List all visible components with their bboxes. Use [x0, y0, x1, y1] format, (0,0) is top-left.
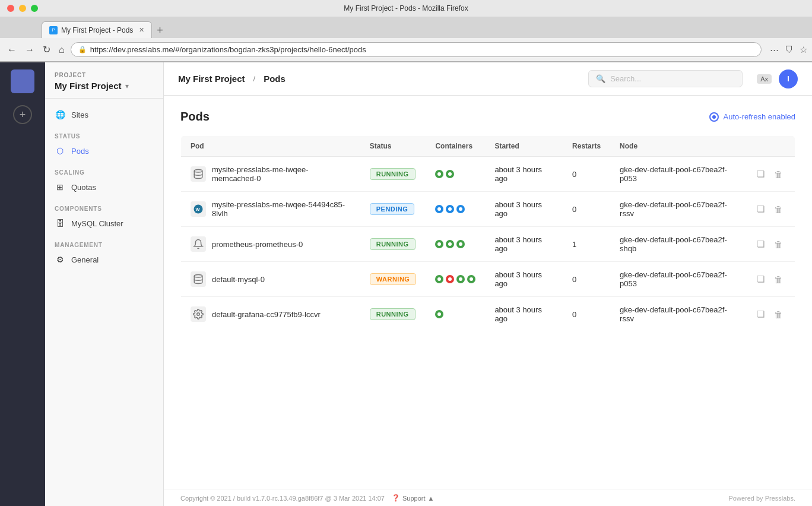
forward-button[interactable]: →	[23, 43, 37, 56]
pod-node-cell-1: gke-dev-default-pool-c67bea2f-rssv	[610, 192, 745, 227]
table-row[interactable]: default-grafana-cc9775fb9-lccvr RUNNING …	[181, 297, 795, 332]
pod-name-cell-2: prometheus-prometheus-0	[181, 227, 360, 262]
dot-inner	[448, 242, 452, 246]
pod-actions-cell-2: ❏ 🗑	[745, 227, 795, 262]
back-button[interactable]: ←	[5, 43, 19, 56]
management-section-label: MANAGEMENT	[45, 242, 163, 248]
star-icon[interactable]: ☆	[800, 45, 807, 55]
project-name: My First Project	[55, 81, 122, 91]
browser-tab[interactable]: P My First Project - Pods ✕	[42, 21, 152, 38]
copy-button[interactable]: ❏	[754, 203, 767, 216]
user-avatar[interactable]: I	[779, 69, 798, 88]
pod-restarts-cell-2: 1	[563, 227, 610, 262]
globe-icon: 🌐	[55, 110, 65, 119]
pod-type-icon	[191, 271, 206, 287]
copy-button[interactable]: ❏	[754, 273, 767, 286]
os-close-btn[interactable]	[7, 5, 14, 12]
sidebar-item-sites[interactable]: 🌐 Sites	[45, 106, 163, 124]
nav-section-management: MANAGEMENT ⚙ General	[45, 235, 163, 271]
dot-inner	[470, 277, 473, 281]
pod-status-cell-1: PENDING	[360, 192, 426, 227]
tab-bar: P My First Project - Pods ✕ +	[0, 17, 812, 38]
delete-button[interactable]: 🗑	[772, 203, 785, 216]
content-footer: Copyright © 2021 / build v1.7.0-rc.13.49…	[164, 489, 812, 506]
delete-button[interactable]: 🗑	[772, 168, 785, 181]
os-min-btn[interactable]	[19, 5, 26, 12]
chevron-up-icon: ▲	[428, 495, 434, 502]
pod-restarts-cell-3: 0	[563, 262, 610, 297]
reload-button[interactable]: ↻	[40, 43, 53, 56]
os-max-btn[interactable]	[31, 5, 38, 12]
table-row[interactable]: default-mysql-0 WARNING about 3 hours ag…	[181, 262, 795, 297]
pod-actions-cell-1: ❏ 🗑	[745, 192, 795, 227]
pod-started-cell-4: about 3 hours ago	[485, 297, 563, 332]
pod-name-cell-3: default-mysql-0	[181, 262, 360, 297]
url-bar[interactable]: 🔒 https://dev.presslabs.me/#/organizatio…	[71, 42, 762, 57]
status-badge: RUNNING	[370, 238, 415, 250]
auto-refresh-toggle[interactable]: Auto-refresh enabled	[709, 112, 795, 122]
col-node: Node	[610, 136, 745, 157]
os-title: My First Project - Pods - Mozilla Firefo…	[344, 4, 468, 12]
browser-nav-icons: ⋯ ⛉ ☆	[770, 45, 807, 55]
green-container-dot	[456, 240, 465, 248]
footer-powered-by: Powered by Presslabs.	[729, 495, 796, 502]
delete-button[interactable]: 🗑	[772, 273, 785, 286]
pod-containers-cell-1	[426, 192, 485, 227]
project-chevron-icon[interactable]: ▾	[125, 82, 129, 90]
ax-badge[interactable]: Ax	[757, 74, 772, 84]
project-header: PROJECT My First Project ▾	[45, 62, 163, 99]
col-containers: Containers	[426, 136, 485, 157]
green-container-dot	[435, 310, 443, 318]
copy-button[interactable]: ❏	[754, 308, 767, 321]
search-bar[interactable]: 🔍	[588, 70, 743, 87]
org-avatar[interactable]	[11, 69, 34, 93]
pod-node-cell-4: gke-dev-default-pool-c67bea2f-rssv	[610, 297, 745, 332]
general-icon: ⚙	[55, 255, 65, 264]
table-body: mysite-presslabs-me-iwqee-memcached-0 RU…	[181, 157, 795, 332]
table-row[interactable]: prometheus-prometheus-0 RUNNING about 3 …	[181, 227, 795, 262]
footer-support-link[interactable]: ❓ Support ▲	[392, 494, 434, 502]
sidebar: +	[0, 62, 45, 506]
green-container-dot	[435, 275, 443, 283]
tab-close-btn[interactable]: ✕	[139, 26, 144, 34]
pod-containers-cell-3	[426, 262, 485, 297]
quotas-icon: ⊞	[55, 182, 65, 192]
pod-containers-cell-2	[426, 227, 485, 262]
table-row[interactable]: W mysite-presslabs-me-iwqee-54494c85-8lv…	[181, 192, 795, 227]
delete-button[interactable]: 🗑	[772, 238, 785, 251]
dot-inner	[448, 277, 452, 281]
delete-button[interactable]: 🗑	[772, 308, 785, 321]
home-button[interactable]: ⌂	[56, 43, 67, 56]
tab-label: My First Project - Pods	[61, 26, 133, 34]
breadcrumb-project: My First Project	[178, 74, 245, 84]
sidebar-item-mysql-label: MySQL Cluster	[71, 219, 123, 228]
red-container-dot	[446, 275, 454, 283]
sidebar-item-general[interactable]: ⚙ General	[45, 251, 163, 268]
pod-node-cell-2: gke-dev-default-pool-c67bea2f-shqb	[610, 227, 745, 262]
sidebar-item-pods[interactable]: ⬡ Pods	[45, 142, 163, 160]
bookmark-icon[interactable]: ⛉	[785, 45, 794, 55]
header-icons: Ax I	[757, 69, 798, 88]
search-input[interactable]	[610, 74, 735, 83]
table-row[interactable]: mysite-presslabs-me-iwqee-memcached-0 RU…	[181, 157, 795, 192]
green-container-dot	[435, 170, 443, 178]
tab-favicon: P	[49, 26, 58, 34]
col-status: Status	[360, 136, 426, 157]
pod-actions-cell-3: ❏ 🗑	[745, 262, 795, 297]
auto-refresh-label: Auto-refresh enabled	[724, 112, 795, 121]
new-tab-button[interactable]: +	[152, 23, 168, 38]
nav-section-scaling: SCALING ⊞ Quotas	[45, 162, 163, 198]
dot-inner	[459, 277, 462, 281]
extensions-icon[interactable]: ⋯	[770, 45, 779, 55]
copy-button[interactable]: ❏	[754, 167, 767, 181]
col-started: Started	[485, 136, 563, 157]
copy-button[interactable]: ❏	[754, 238, 767, 251]
sidebar-item-quotas[interactable]: ⊞ Quotas	[45, 178, 163, 196]
plus-icon: +	[20, 109, 26, 121]
svg-point-3	[194, 275, 202, 278]
col-pod: Pod	[181, 136, 360, 157]
sidebar-add-button[interactable]: +	[13, 105, 32, 124]
main-area: My First Project / Pods 🔍 Ax I Pods Auto…	[164, 62, 812, 506]
sidebar-item-mysql[interactable]: 🗄 MySQL Cluster	[45, 214, 163, 232]
pod-started-cell-0: about 3 hours ago	[485, 157, 563, 192]
